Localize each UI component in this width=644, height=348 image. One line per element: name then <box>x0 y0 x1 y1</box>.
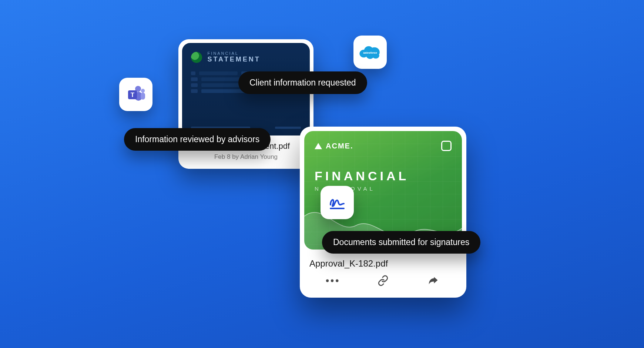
copy-link-button[interactable] <box>373 273 393 288</box>
svg-text:T: T <box>131 91 135 98</box>
file-meta: Feb 8 by Adrian Young <box>182 153 310 161</box>
microsoft-teams-icon: T <box>126 84 146 104</box>
status-pill-reviewed: Information reviewed by advisors <box>124 128 271 151</box>
salesforce-icon: salesforce <box>359 44 382 60</box>
thumb-eyebrow: FINANCIAL <box>207 51 260 56</box>
more-options-button[interactable]: ••• <box>323 273 343 288</box>
svg-point-7 <box>141 89 145 93</box>
integration-badge-teams[interactable]: T <box>119 78 152 111</box>
thumb-title: FINANCIAL <box>315 169 452 183</box>
thumb-title: STATEMENT <box>207 56 260 63</box>
svg-text:salesforce: salesforce <box>363 51 377 54</box>
integration-badge-salesforce[interactable]: salesforce <box>353 36 387 69</box>
brand-name: ACME. <box>326 142 353 150</box>
status-pill-client-info: Client information requested <box>238 71 367 94</box>
ellipsis-icon: ••• <box>326 276 340 285</box>
file-actions: ••• <box>304 271 462 291</box>
company-logo-icon <box>191 52 202 63</box>
share-arrow-icon <box>427 275 439 286</box>
checkbox-icon <box>441 141 452 151</box>
signature-icon <box>327 192 348 213</box>
svg-rect-9 <box>141 93 145 100</box>
link-icon <box>378 275 389 286</box>
acme-logo-icon <box>315 143 322 149</box>
share-button[interactable] <box>423 273 443 288</box>
integration-badge-sign[interactable] <box>321 186 354 219</box>
status-pill-signatures: Documents submitted for signatures <box>322 231 480 254</box>
